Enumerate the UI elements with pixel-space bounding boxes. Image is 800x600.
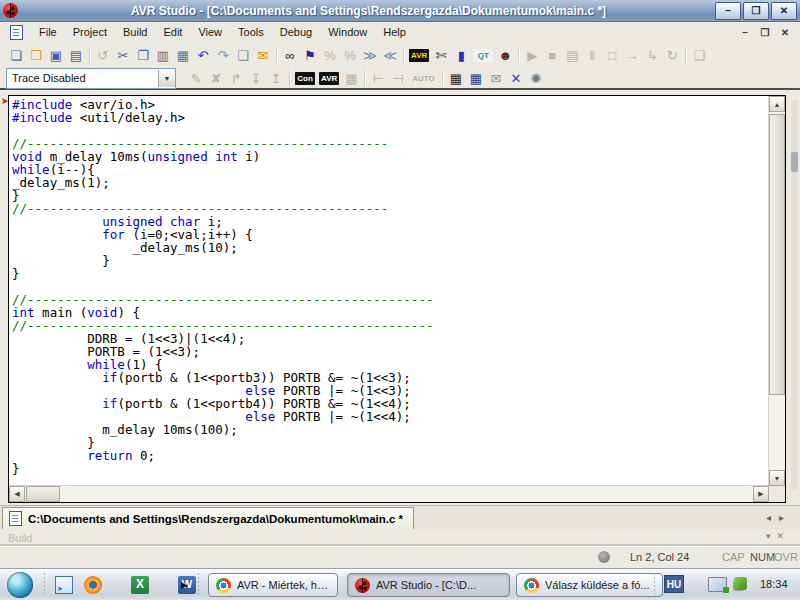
workspace: ➤ #include <avr/io.h>#include <util/dela… bbox=[0, 92, 800, 505]
grid-icon[interactable]: ▦ bbox=[342, 70, 360, 87]
cancel-x-icon[interactable]: ✕ bbox=[507, 70, 525, 87]
language-indicator[interactable]: HU bbox=[664, 575, 684, 593]
display-tray-icon[interactable] bbox=[708, 577, 727, 592]
copy-icon[interactable]: ❐ bbox=[134, 47, 152, 64]
mdi-minimize-button[interactable]: – bbox=[738, 27, 752, 38]
quicklaunch-expand-icon[interactable]: ▶ bbox=[181, 580, 188, 590]
probe-right-icon[interactable]: ⊣ bbox=[389, 70, 407, 87]
cut-icon[interactable]: ✂ bbox=[114, 47, 132, 64]
menu-view[interactable]: View bbox=[190, 24, 230, 40]
taskbar-button[interactable]: AVR - Miértek, hog... bbox=[208, 573, 338, 597]
smiley-icon[interactable]: ☻ bbox=[496, 47, 514, 64]
stop-icon[interactable]: ■ bbox=[543, 47, 561, 64]
trace-combobox[interactable]: Trace Disabled ▼ bbox=[6, 68, 176, 89]
mdi-close-button[interactable]: ✕ bbox=[778, 27, 792, 38]
menu-tools[interactable]: Tools bbox=[230, 24, 272, 40]
avr-badge-icon[interactable]: AVR bbox=[319, 72, 339, 85]
scroll-left-button[interactable]: ◀ bbox=[9, 486, 25, 502]
scroll-up-button[interactable]: ▲ bbox=[769, 96, 785, 112]
new-file-icon[interactable]: ❏ bbox=[7, 47, 25, 64]
send-to-device-icon[interactable]: ✉ bbox=[487, 70, 505, 87]
open-file-icon[interactable]: ❒ bbox=[27, 47, 45, 64]
auto-icon[interactable]: AUTO bbox=[410, 72, 437, 85]
trace-pencil-icon[interactable]: ✎ bbox=[187, 70, 205, 87]
taskbar-button[interactable]: Válasz küldése a fó... bbox=[516, 573, 663, 597]
pane-collapse-icon[interactable]: ▾ bbox=[766, 531, 777, 541]
tab-scroll-right-icon[interactable]: ▸ bbox=[779, 512, 792, 523]
tab-scroll-left-icon[interactable]: ◂ bbox=[766, 512, 779, 523]
pane-close-icon[interactable]: ✕ bbox=[776, 531, 790, 541]
scroll-right-button[interactable]: ▶ bbox=[753, 486, 769, 502]
vertical-scroll-thumb[interactable] bbox=[769, 114, 785, 395]
menu-window[interactable]: Window bbox=[320, 24, 375, 40]
maximize-button[interactable]: ❐ bbox=[743, 2, 769, 20]
menu-debug[interactable]: Debug bbox=[272, 24, 320, 40]
trace-up-icon[interactable]: ↱ bbox=[227, 70, 245, 87]
usb-tray-icon[interactable] bbox=[734, 577, 747, 590]
jump-bottom-icon[interactable]: ↧ bbox=[247, 70, 265, 87]
undo-icon[interactable]: ↶ bbox=[194, 47, 212, 64]
qt-plugin-icon[interactable]: QT bbox=[473, 49, 493, 62]
step-over-icon[interactable]: → bbox=[623, 47, 641, 64]
menu-file[interactable]: File bbox=[31, 24, 65, 40]
file-tab-label: C:\Documents and Settings\Rendszergazda\… bbox=[28, 513, 403, 525]
menu-build[interactable]: Build bbox=[115, 24, 155, 40]
send-mail-icon[interactable]: ✉ bbox=[254, 47, 272, 64]
mdi-restore-button[interactable]: ❐ bbox=[758, 27, 772, 38]
watch-memory-run-icon[interactable]: ▦ bbox=[467, 70, 485, 87]
app-window-icon[interactable] bbox=[55, 576, 73, 594]
redo-icon[interactable]: ↷ bbox=[214, 47, 232, 64]
watch-memory-icon[interactable]: ▦ bbox=[447, 70, 465, 87]
scroll-down-button[interactable]: ▼ bbox=[769, 470, 785, 486]
taskbar-button-label: AVR - Miértek, hog... bbox=[237, 579, 330, 591]
scrollbar-corner bbox=[769, 486, 785, 502]
firefox-icon[interactable] bbox=[84, 576, 102, 594]
clock[interactable]: 18:34 bbox=[760, 578, 788, 590]
find-icon[interactable]: ∞ bbox=[281, 47, 299, 64]
paste-icon[interactable]: ▥ bbox=[154, 47, 172, 64]
settings-gear-icon[interactable]: ✺ bbox=[527, 70, 545, 87]
horizontal-scroll-thumb[interactable] bbox=[26, 486, 60, 502]
excel-icon[interactable] bbox=[131, 576, 149, 594]
cut-trace-icon[interactable]: ✄ bbox=[432, 47, 450, 64]
frame-icon[interactable]: □ bbox=[603, 47, 621, 64]
vertical-scrollbar[interactable]: ▲ ▼ bbox=[768, 96, 785, 486]
menu-edit[interactable]: Edit bbox=[155, 24, 190, 40]
workspace-scrollbar[interactable] bbox=[791, 100, 798, 490]
horizontal-scrollbar[interactable]: ◀ ▶ bbox=[9, 485, 769, 502]
con-badge-icon[interactable]: Con bbox=[295, 72, 315, 85]
start-button[interactable] bbox=[7, 572, 33, 598]
print-icon[interactable]: ▦ bbox=[174, 47, 192, 64]
step-into-icon[interactable]: ↳ bbox=[643, 47, 661, 64]
avr-assembler-icon[interactable]: AVR bbox=[409, 49, 429, 62]
reset-icon[interactable]: ↻ bbox=[663, 47, 681, 64]
save-icon[interactable]: ▣ bbox=[47, 47, 65, 64]
workspace-scroll-thumb[interactable] bbox=[791, 152, 798, 172]
minimize-button[interactable]: – bbox=[715, 2, 741, 20]
save-all-icon[interactable]: ▤ bbox=[67, 47, 85, 64]
title-bar[interactable]: AVR Studio - [C:\Documents and Settings\… bbox=[0, 0, 800, 22]
build-log-icon[interactable]: ▤ bbox=[563, 47, 581, 64]
percent2-icon[interactable]: % bbox=[341, 47, 359, 64]
bookmark-flag-icon[interactable]: ⚑ bbox=[301, 47, 319, 64]
battery-icon[interactable]: ▮ bbox=[452, 47, 470, 64]
revert-icon[interactable]: ↺ bbox=[94, 47, 112, 64]
cascade-windows-icon[interactable]: ❑ bbox=[234, 47, 252, 64]
pause-icon[interactable]: ‖ bbox=[583, 47, 601, 64]
file-tab[interactable]: C:\Documents and Settings\Rendszergazda\… bbox=[2, 507, 414, 529]
close-button[interactable]: ✕ bbox=[771, 2, 797, 20]
indent-icon[interactable]: ≫ bbox=[361, 47, 379, 64]
code-area[interactable]: #include <avr/io.h>#include <util/delay.… bbox=[12, 98, 767, 484]
taskbar-button-label: Válasz küldése a fó... bbox=[545, 579, 650, 591]
remove-trace-icon[interactable]: ✘ bbox=[207, 70, 225, 87]
probe-left-icon[interactable]: ⊢ bbox=[369, 70, 387, 87]
menu-project[interactable]: Project bbox=[65, 24, 115, 40]
taskbar-button[interactable]: AVR Studio - [C:\D... bbox=[347, 573, 510, 597]
percent-icon[interactable]: % bbox=[321, 47, 339, 64]
menu-help[interactable]: Help bbox=[375, 24, 414, 40]
debug-window-icon[interactable]: ❏ bbox=[690, 47, 708, 64]
outdent-icon[interactable]: ≪ bbox=[381, 47, 399, 64]
run-icon[interactable]: ▶ bbox=[523, 47, 541, 64]
combobox-dropdown-icon[interactable]: ▼ bbox=[158, 70, 175, 87]
jump-top-icon[interactable]: ↥ bbox=[267, 70, 285, 87]
